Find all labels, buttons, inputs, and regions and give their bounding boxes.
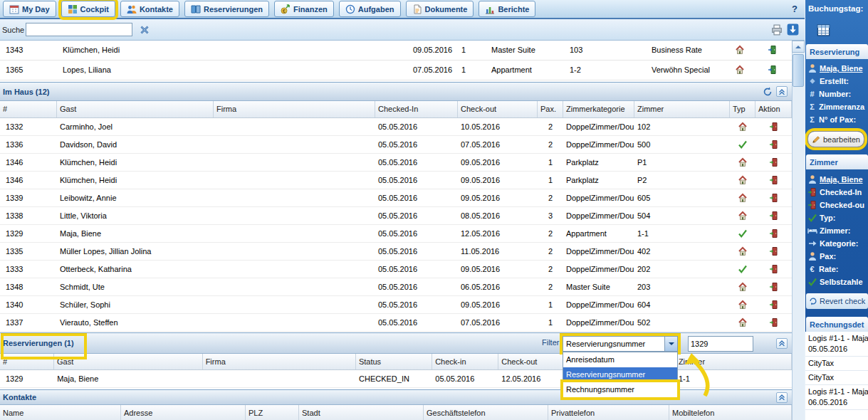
section-title: Reservierungen (1) xyxy=(3,339,74,347)
invoice-line[interactable]: CityTax xyxy=(805,371,868,385)
column-header-plz[interactable]: PLZ xyxy=(246,405,299,420)
inhouse-icon xyxy=(738,157,748,167)
column-header-checkin[interactable]: Check-in xyxy=(432,354,498,369)
sidebar-title: Buchungstag: xyxy=(808,4,863,13)
table-row[interactable]: 1333 Otterbeck, Katharina 05.05.2016 09.… xyxy=(0,261,792,278)
column-header-checkout[interactable]: Check-out xyxy=(458,101,538,117)
help-button[interactable]: ? xyxy=(792,4,798,14)
booking-table-icon[interactable] xyxy=(817,23,830,37)
column-header-zimmer[interactable]: Zimmer xyxy=(676,354,792,369)
im-haus-table-header: # Gast Firma Checked-In Check-out Pax. Z… xyxy=(0,101,792,118)
column-header-gast[interactable]: Gast xyxy=(57,101,214,117)
dropdown-option[interactable]: Rechnungsnummer xyxy=(563,382,677,397)
bearbeiten-button[interactable]: bearbeiten xyxy=(807,131,864,147)
tab-aufgaben[interactable]: Aufgaben xyxy=(339,1,401,17)
checkout-door-icon[interactable] xyxy=(769,317,779,327)
tab-berichte[interactable]: Berichte xyxy=(479,1,535,17)
inhouse-icon xyxy=(735,45,745,55)
column-header-nr[interactable]: # xyxy=(0,101,57,117)
section-reservierung-header[interactable]: Reservierung xyxy=(806,44,868,59)
table-row[interactable]: 1336 Davidson, David 05.05.2016 07.05.20… xyxy=(0,136,792,154)
filter-dropdown[interactable]: Reservierungsnummer xyxy=(563,336,678,352)
checkout-door-icon[interactable] xyxy=(769,282,779,292)
inhouse-icon xyxy=(735,65,745,75)
checkout-door-icon[interactable] xyxy=(769,157,779,167)
column-header-zimmerkategorie[interactable]: Zimmerkategorie xyxy=(563,101,634,117)
table-row[interactable]: 1338 Little, Viktoria 05.05.2016 08.05.2… xyxy=(0,207,792,225)
table-row[interactable]: 1329 Maja, Biene 05.05.2016 12.05.2016 2… xyxy=(0,225,792,243)
dropdown-option[interactable]: Reservierungsnummer xyxy=(563,367,677,382)
checkout-door-icon[interactable] xyxy=(769,246,779,256)
section-zimmer-header[interactable]: Zimmer xyxy=(806,154,868,169)
checkin-door-icon[interactable] xyxy=(768,45,778,55)
tab-reservierungen[interactable]: Reservierungen xyxy=(184,1,269,17)
table-row[interactable]: 1340 Schüler, Sophi 05.05.2016 09.05.201… xyxy=(0,296,792,314)
table-row[interactable]: 1348 Schmidt, Ute 05.05.2016 06.05.2016 … xyxy=(0,278,792,296)
table-row[interactable]: 1339 Leibowitz, Annie 05.05.2016 09.05.2… xyxy=(0,189,792,207)
print-icon[interactable] xyxy=(771,24,783,36)
collapse-icon[interactable] xyxy=(776,86,788,97)
column-header-stadt[interactable]: Stadt xyxy=(299,405,424,420)
table-row[interactable]: 1343 Klümchen, Heidi 09.05.2016 1 Master… xyxy=(0,41,792,61)
refresh-icon[interactable] xyxy=(763,87,773,97)
export-download-icon[interactable] xyxy=(787,23,799,36)
guest-link[interactable]: Maja, Biene xyxy=(807,63,863,74)
zimmer-label: Zimmer: xyxy=(807,225,850,236)
column-header-name[interactable]: Name xyxy=(0,405,121,420)
column-header-checkedin[interactable]: Checked-In xyxy=(375,101,458,117)
checkout-door-icon[interactable] xyxy=(769,229,779,238)
collapse-icon[interactable] xyxy=(776,392,788,403)
checkout-door-icon[interactable] xyxy=(769,175,779,185)
arrow-right-icon xyxy=(807,238,817,248)
scrollbar-thumb[interactable] xyxy=(793,54,804,87)
checkout-door-icon[interactable] xyxy=(769,211,779,221)
vertical-scrollbar[interactable] xyxy=(792,41,805,420)
table-row[interactable]: 1335 Müller Lopes, Jillian Jolina 05.05.… xyxy=(0,243,792,261)
person-icon xyxy=(807,251,817,261)
checkin-door-icon[interactable] xyxy=(768,65,778,75)
tab-cockpit[interactable]: Cockpit xyxy=(61,1,115,17)
clear-search-icon[interactable] xyxy=(139,24,150,36)
reports-chart-icon xyxy=(485,4,495,14)
column-header-firma[interactable]: Firma xyxy=(214,101,375,117)
tab-my-day[interactable]: My Day xyxy=(3,1,56,17)
table-row[interactable]: 1332 Carminho, Joel 05.05.2016 10.05.201… xyxy=(0,118,792,136)
column-header-geschaeftstelefon[interactable]: Geschäftstelefon xyxy=(424,405,548,420)
table-row[interactable]: 1337 Vierauto, Steffen 05.05.2016 07.05.… xyxy=(0,314,792,332)
tab-dokumente[interactable]: Dokumente xyxy=(406,1,474,17)
column-header-nr[interactable]: # xyxy=(0,354,54,369)
column-header-aktion[interactable]: Aktion xyxy=(755,101,792,117)
tab-finanzen[interactable]: Finanzen xyxy=(274,1,334,17)
invoice-line[interactable]: Logis #1-1 - Maja 06.05.2016 xyxy=(805,385,868,410)
column-header-adresse[interactable]: Adresse xyxy=(121,405,246,420)
checkout-door-icon[interactable] xyxy=(769,193,779,203)
section-rechnungsdetails-header[interactable]: Rechnungsdet xyxy=(806,317,868,332)
scrollbar-up-arrow[interactable] xyxy=(792,41,805,53)
tab-kontakte[interactable]: Kontakte xyxy=(120,1,179,17)
filter-value-input[interactable] xyxy=(688,336,753,352)
checkout-door-icon[interactable] xyxy=(769,122,779,132)
checkout-door-icon[interactable] xyxy=(769,264,779,274)
column-header-pax[interactable]: Pax. xyxy=(538,101,563,117)
column-header-typ[interactable]: Typ xyxy=(730,101,755,117)
column-header-mobiltelefon[interactable]: Mobiltelefon xyxy=(669,405,792,420)
chevron-down-icon[interactable] xyxy=(664,337,677,351)
dropdown-option[interactable]: Anreisedatum xyxy=(563,352,677,367)
column-header-zimmer[interactable]: Zimmer xyxy=(634,101,730,117)
person-icon xyxy=(807,63,817,73)
column-header-firma[interactable]: Firma xyxy=(203,354,356,369)
search-input[interactable] xyxy=(26,23,132,36)
table-row[interactable]: 1346 Klümchen, Heidi 05.05.2016 09.05.20… xyxy=(0,154,792,172)
column-header-status[interactable]: Status xyxy=(356,354,432,369)
checkout-door-icon[interactable] xyxy=(769,140,779,149)
checkout-door-icon[interactable] xyxy=(769,300,779,310)
guest-link[interactable]: Maja, Biene xyxy=(807,174,863,185)
revert-check-link[interactable]: Revert check xyxy=(806,293,868,309)
invoice-line[interactable]: Logis #1-1 - Maja 05.05.2016 xyxy=(805,332,868,357)
column-header-privattelefon[interactable]: Privattelefon xyxy=(548,405,669,420)
column-header-gast[interactable]: Gast xyxy=(54,354,203,369)
invoice-line[interactable]: CityTax xyxy=(805,357,868,371)
table-row[interactable]: 1346 Klümchen, Heidi 05.05.2016 09.05.20… xyxy=(0,172,792,189)
collapse-icon[interactable] xyxy=(776,338,788,349)
table-row[interactable]: 1365 Lopes, Liliana 07.05.2016 1 Appartm… xyxy=(0,61,792,80)
